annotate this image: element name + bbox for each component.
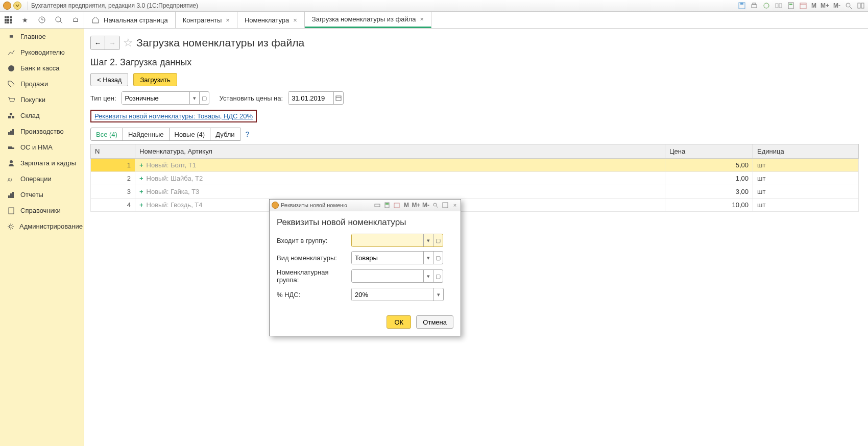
memory-m-button[interactable]: M	[811, 2, 816, 9]
filter-tab-new[interactable]: Новые (4)	[169, 128, 211, 141]
requisites-link[interactable]: Реквизиты новой номенклатуры: Товары, НД…	[90, 110, 257, 122]
group-input[interactable]	[352, 234, 423, 246]
svg-rect-29	[8, 116, 11, 118]
calculator-icon[interactable]	[787, 2, 795, 10]
sidebar-item-manager[interactable]: Руководителю	[0, 44, 84, 60]
load-button[interactable]: Загрузить	[133, 73, 177, 86]
close-icon[interactable]: ×	[226, 16, 230, 24]
nomgroup-combo[interactable]: ▾ ▢	[351, 269, 443, 283]
vat-combo[interactable]: ▾	[351, 288, 444, 301]
col-unit[interactable]: Единица	[753, 144, 859, 159]
sidebar-item-production[interactable]: Производство	[0, 123, 84, 139]
calendar-icon[interactable]	[333, 92, 343, 104]
zoom-icon[interactable]	[845, 2, 853, 10]
sidebar-item-bank[interactable]: Банк и касса	[0, 60, 84, 76]
filter-tab-all[interactable]: Все (4)	[90, 128, 123, 141]
forward-button[interactable]: →	[105, 36, 119, 49]
table-row[interactable]: 4+Новый: Гвоздь, Т410,00шт	[91, 199, 859, 212]
price-type-combo[interactable]: ▾ ▢	[122, 91, 209, 105]
vat-input[interactable]	[352, 288, 433, 301]
apps-icon[interactable]	[3, 15, 13, 25]
sidebar-item-reports[interactable]: Отчеты	[0, 187, 84, 203]
sidebar-item-directories[interactable]: Справочники	[0, 203, 84, 218]
date-input[interactable]	[288, 92, 333, 104]
ops-icon: Дт	[7, 175, 15, 183]
dropdown-icon[interactable]: ▾	[423, 252, 433, 264]
favorite-star-icon[interactable]: ☆	[123, 36, 133, 49]
svg-point-25	[56, 17, 61, 22]
svg-rect-39	[8, 195, 10, 198]
sidebar-item-sales[interactable]: Продажи	[0, 76, 84, 92]
nomgroup-input[interactable]	[352, 270, 423, 282]
save-icon[interactable]	[738, 2, 746, 10]
history-icon[interactable]	[37, 15, 47, 25]
group-combo[interactable]: ▾ ▢	[351, 234, 443, 247]
sidebar-item-purchases[interactable]: Покупки	[0, 92, 84, 108]
memory-mminus-button[interactable]: M-	[833, 2, 840, 9]
search-icon[interactable]	[54, 15, 64, 25]
table-row[interactable]: 3+Новый: Гайка, Т33,00шт	[91, 185, 859, 199]
sidebar-item-operations[interactable]: ДтОперации	[0, 171, 84, 187]
bell-icon[interactable]	[70, 15, 81, 25]
cancel-button[interactable]: Отмена	[416, 315, 453, 329]
calendar-icon[interactable]	[799, 2, 807, 10]
ok-button[interactable]: ОК	[387, 315, 411, 329]
sidebar-item-admin[interactable]: Администрирование	[0, 218, 84, 234]
table-row[interactable]: 2+Новый: Шайба, Т21,00шт	[91, 172, 859, 185]
sidebar-item-main[interactable]: ≡Главное	[0, 29, 84, 44]
filter-tab-found[interactable]: Найденные	[123, 128, 170, 141]
app-menu-dropdown-icon[interactable]	[13, 2, 21, 10]
sidebar-item-assets[interactable]: ОС и НМА	[0, 139, 84, 155]
type-combo[interactable]: ▾ ▢	[351, 251, 443, 264]
tab-nomenclature[interactable]: Номенклатура ×	[237, 12, 305, 28]
date-combo[interactable]	[288, 91, 344, 105]
panels-icon[interactable]	[857, 2, 865, 10]
page-subtitle: Шаг 2. Загрузка данных	[90, 57, 868, 68]
dialog-mplus-button[interactable]: M+	[413, 202, 420, 209]
sidebar-item-salary[interactable]: Зарплата и кадры	[0, 155, 84, 171]
sidebar-item-label: ОС и НМА	[20, 143, 53, 151]
dropdown-icon[interactable]: ▾	[423, 270, 433, 282]
back-button[interactable]: ←	[91, 36, 105, 49]
star-icon[interactable]: ★	[20, 15, 30, 25]
dropdown-icon[interactable]: ▾	[189, 92, 199, 104]
dialog-mminus-button[interactable]: M-	[422, 202, 429, 209]
dialog-m-button[interactable]: M	[403, 202, 410, 209]
open-icon[interactable]: ▢	[199, 92, 209, 104]
dialog-maximize-icon[interactable]	[442, 202, 449, 209]
svg-rect-46	[375, 204, 380, 207]
open-icon[interactable]: ▢	[433, 252, 443, 264]
col-price[interactable]: Цена	[665, 144, 753, 159]
table-row[interactable]: 1+Новый: Болт, Т15,00шт	[91, 159, 859, 172]
dropdown-icon[interactable]: ▾	[423, 234, 433, 246]
sidebar-item-warehouse[interactable]: Склад	[0, 108, 84, 123]
dialog-calendar-icon[interactable]	[393, 202, 400, 209]
dialog-zoom-icon[interactable]	[432, 202, 439, 209]
col-nomenclature[interactable]: Номенклатура, Артикул	[135, 144, 665, 159]
print-icon[interactable]	[750, 2, 758, 10]
back-step-button[interactable]: < Назад	[90, 73, 128, 86]
dialog-titlebar[interactable]: Реквизиты новой номенклат... M M+ M- ×	[270, 200, 461, 211]
type-input[interactable]	[352, 252, 423, 264]
col-n[interactable]: N	[91, 144, 135, 159]
tab-home[interactable]: Начальная страница	[84, 12, 176, 28]
close-icon[interactable]: ×	[293, 16, 297, 24]
compare-icon[interactable]	[775, 2, 783, 10]
filter-tab-duplicates[interactable]: Дубли	[210, 128, 240, 141]
dialog-print-icon[interactable]	[374, 202, 381, 209]
link-icon[interactable]	[762, 2, 770, 10]
cell-price: 3,00	[665, 185, 753, 199]
memory-mplus-button[interactable]: M+	[821, 2, 829, 9]
price-type-input[interactable]	[122, 92, 189, 104]
dialog-calc-icon[interactable]	[383, 202, 391, 209]
svg-point-37	[10, 160, 13, 163]
close-icon[interactable]: ×	[420, 15, 424, 23]
dropdown-icon[interactable]: ▾	[433, 288, 443, 301]
open-icon[interactable]: ▢	[433, 270, 443, 282]
tab-contractors[interactable]: Контрагенты ×	[176, 12, 237, 28]
help-icon[interactable]: ?	[246, 130, 250, 138]
open-icon[interactable]: ▢	[433, 234, 443, 246]
tab-load-from-file[interactable]: Загрузка номенклатуры из файла ×	[305, 12, 431, 28]
tag-icon	[7, 80, 15, 88]
dialog-close-icon[interactable]: ×	[451, 202, 459, 209]
